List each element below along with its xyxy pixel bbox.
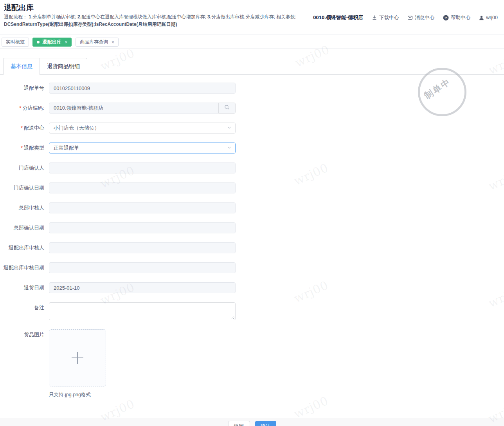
field-row-store-confirm-date: 门店确认日期: [0, 182, 504, 193]
tab-label: 基本信息: [11, 63, 32, 69]
field-row-hq-confirm-date: 总部确认日期: [0, 222, 504, 233]
user-menu[interactable]: wrj00: [479, 15, 498, 20]
field-label: 总部审核人: [0, 202, 49, 213]
hq-auditor-input[interactable]: [49, 202, 236, 213]
message-center-link[interactable]: 消息中心: [407, 14, 434, 21]
page-title: 退配出库: [4, 3, 504, 13]
nav-tab-stock-query[interactable]: 商品库存查询 ×: [76, 38, 119, 47]
help-center-link[interactable]: ? 帮助中心: [443, 14, 470, 21]
message-center-label: 消息中心: [415, 14, 434, 21]
field-row-distribution-center: *配送中心 小门店仓（无储位）: [0, 123, 504, 134]
field-label: 退配出库审核日期: [0, 262, 49, 273]
field-label: 备注: [0, 302, 49, 313]
footer-bar: 返回 确认: [0, 418, 504, 426]
nav-tab-label: 退配出库: [42, 39, 61, 45]
field-label: 总部确认日期: [0, 222, 49, 233]
field-label: 退配出库审核人: [0, 242, 49, 253]
select-value: 小门店仓（无储位）: [54, 125, 99, 132]
nav-tab-bar: 实时概览 退配出库 × 商品库存查询 ×: [0, 35, 504, 49]
nav-tab-label: 实时概览: [6, 39, 25, 45]
search-icon: [224, 105, 230, 112]
field-row-goods-image: 货品图片 只支持.jpg.png格式: [0, 329, 504, 398]
field-label: *配送中心: [0, 123, 49, 134]
store-name: 0010.领锋智能-德积店: [313, 14, 363, 21]
status-stamp-text: 制单中: [422, 76, 453, 102]
help-icon: ?: [443, 15, 449, 21]
close-icon[interactable]: ×: [112, 40, 114, 45]
field-row-outbound-auditor: 退配出库审核人: [0, 242, 504, 253]
field-row-store-confirmer: 门店确认人: [0, 162, 504, 173]
back-button[interactable]: 返回: [228, 421, 250, 426]
store-confirmer-input[interactable]: [49, 162, 236, 173]
field-label: *分店编码:: [0, 103, 49, 114]
status-stamp: 制单中: [418, 68, 466, 116]
select-value: 正常退配单: [54, 144, 79, 152]
field-label: *退配类型: [0, 143, 49, 153]
required-mark: *: [21, 125, 23, 131]
field-label: 退配单号: [0, 83, 49, 94]
field-label: 门店确认人: [0, 162, 49, 173]
outbound-auditor-input[interactable]: [49, 242, 236, 253]
help-center-label: 帮助中心: [451, 14, 470, 21]
nav-tab-return-outbound[interactable]: 退配出库 ×: [32, 38, 72, 47]
upload-hint: 只支持.jpg.png格式: [49, 392, 236, 398]
field-row-outbound-audit-date: 退配出库审核日期: [0, 262, 504, 273]
field-row-return-date: 退货日期: [0, 282, 504, 293]
active-dot-icon: [37, 41, 40, 43]
required-mark: *: [19, 105, 21, 111]
close-icon[interactable]: ×: [65, 40, 67, 45]
return-date-input[interactable]: [49, 282, 236, 293]
field-label: 货品图片: [0, 329, 49, 340]
branch-code-search-button[interactable]: [218, 103, 236, 114]
distribution-center-select[interactable]: 小门店仓（无储位）: [49, 123, 236, 134]
hq-confirm-date-input[interactable]: [49, 222, 236, 233]
download-center-link[interactable]: 下载中心: [372, 14, 399, 21]
remark-textarea[interactable]: [49, 302, 236, 320]
page-header: 退配出库 退配流程： 1.分店制单并确认审核; 2.配送中心在退配入库管理模块做…: [0, 0, 504, 35]
required-mark: *: [21, 145, 23, 151]
return-type-select[interactable]: 正常退配单: [49, 143, 236, 153]
header-toolbar: 0010.领锋智能-德积店 下载中心 消息中心 ? 帮助中心 wrj00: [313, 14, 498, 21]
chevron-down-icon: [227, 125, 232, 132]
svg-text:?: ?: [445, 16, 447, 20]
tab-label: 退货商品明细: [47, 63, 80, 69]
download-icon: [372, 15, 377, 20]
username-label: wrj00: [486, 15, 498, 20]
envelope-icon: [407, 15, 413, 20]
nav-tab-label: 商品库存查询: [80, 39, 108, 45]
user-icon: [479, 15, 484, 20]
return-order-no-input[interactable]: [49, 83, 236, 94]
tab-basic-info[interactable]: 基本信息: [3, 58, 40, 74]
confirm-button[interactable]: 确认: [255, 421, 276, 426]
field-label: 门店确认日期: [0, 182, 49, 193]
field-label: 退货日期: [0, 282, 49, 293]
field-row-remark: 备注: [0, 302, 504, 320]
download-center-label: 下载中心: [379, 14, 399, 21]
outbound-audit-date-input[interactable]: [49, 262, 236, 273]
tab-return-goods-detail[interactable]: 退货商品明细: [40, 58, 87, 74]
main-content: 基本信息 退货商品明细 制单中 退配单号 *分店编码: *配送中心: [0, 58, 504, 418]
branch-code-input[interactable]: [49, 103, 219, 114]
store-confirm-date-input[interactable]: [49, 182, 236, 193]
basic-info-form: 退配单号 *分店编码: *配送中心 小门店仓（无储位） *退配类型: [0, 83, 504, 398]
goods-image-upload[interactable]: [49, 329, 106, 386]
chevron-down-icon: [227, 144, 232, 152]
field-row-hq-auditor: 总部审核人: [0, 202, 504, 213]
nav-tab-realtime-overview[interactable]: 实时概览: [2, 38, 29, 47]
page-description: 退配流程： 1.分店制单并确认审核; 2.配送中心在退配入库管理模块做入库审核,…: [4, 13, 337, 28]
plus-icon: [72, 352, 83, 364]
field-row-return-type: *退配类型 正常退配单: [0, 143, 504, 153]
